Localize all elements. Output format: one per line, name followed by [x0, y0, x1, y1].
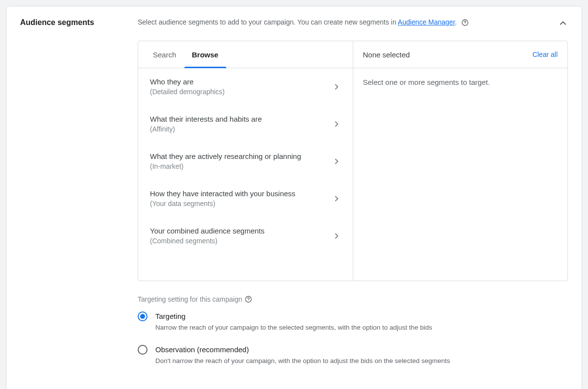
help-icon[interactable] — [461, 18, 469, 27]
browse-item-subtitle: (Combined segments) — [150, 236, 327, 246]
radio-observation[interactable]: Observation (recommended) Don't narrow t… — [138, 345, 568, 365]
selected-empty-text: Select one or more segments to target. — [353, 68, 568, 96]
browse-item-subtitle: (Your data segments) — [150, 199, 327, 208]
chevron-right-icon — [332, 157, 341, 166]
browse-item-subtitle: (Detailed demographics) — [150, 87, 327, 97]
targeting-heading: Targeting setting for this campaign — [138, 295, 242, 303]
help-icon[interactable] — [244, 295, 253, 304]
browse-item[interactable]: Your combined audience segments (Combine… — [138, 217, 353, 255]
chevron-right-icon — [332, 194, 341, 203]
radio-button-icon — [138, 311, 147, 321]
description-suffix: . — [455, 18, 457, 26]
browse-item-subtitle: (In-market) — [150, 161, 327, 171]
audience-manager-link[interactable]: Audience Manager — [398, 18, 455, 26]
radio-description: Narrow the reach of your campaign to the… — [155, 323, 432, 332]
radio-button-icon — [138, 345, 147, 355]
collapse-button[interactable] — [548, 17, 568, 28]
radio-description: Don't narrow the reach of your campaign,… — [155, 357, 450, 365]
chevron-right-icon — [332, 82, 341, 91]
description-text: Select audience segments to add to your … — [138, 18, 398, 26]
left-panel: Search Browse Who they are (Detailed dem… — [138, 41, 353, 281]
browse-item-title: Who they are — [150, 77, 327, 87]
browse-item[interactable]: What their interests and habits are (Aff… — [138, 105, 353, 143]
browse-list: Who they are (Detailed demographics) Wha… — [138, 68, 353, 281]
right-panel: None selected Clear all Select one or mo… — [353, 41, 568, 281]
browse-item[interactable]: What they are actively researching or pl… — [138, 143, 353, 180]
chevron-right-icon — [332, 120, 341, 129]
targeting-radio-group: Targeting Narrow the reach of your campa… — [138, 311, 568, 365]
browse-item-title: Your combined audience segments — [150, 226, 327, 236]
radio-label: Observation (recommended) — [155, 345, 450, 355]
tabs: Search Browse — [138, 41, 353, 68]
browse-item-title: What their interests and habits are — [150, 114, 327, 124]
browse-item-title: How they have interacted with your busin… — [150, 189, 327, 199]
tab-search[interactable]: Search — [145, 41, 184, 68]
radio-targeting[interactable]: Targeting Narrow the reach of your campa… — [138, 311, 568, 332]
browse-item[interactable]: How they have interacted with your busin… — [138, 180, 353, 217]
clear-all-button[interactable]: Clear all — [533, 51, 558, 58]
selected-summary: None selected — [363, 51, 410, 59]
browse-item-title: What they are actively researching or pl… — [150, 152, 327, 161]
targeting-section: Targeting setting for this campaign Targ… — [138, 295, 568, 365]
chevron-up-icon — [558, 18, 568, 28]
chevron-right-icon — [332, 232, 341, 240]
section-description: Select audience segments to add to your … — [138, 17, 548, 27]
svg-point-3 — [248, 301, 249, 301]
audience-segments-card: Audience segments Select audience segmen… — [6, 6, 582, 389]
svg-point-1 — [465, 24, 466, 25]
browse-item-subtitle: (Affinity) — [150, 124, 327, 134]
browse-item[interactable]: Who they are (Detailed demographics) — [138, 68, 353, 105]
section-title: Audience segments — [20, 17, 138, 27]
segment-picker: Search Browse Who they are (Detailed dem… — [138, 41, 568, 281]
radio-label: Targeting — [155, 311, 432, 321]
tab-browse[interactable]: Browse — [184, 41, 226, 68]
